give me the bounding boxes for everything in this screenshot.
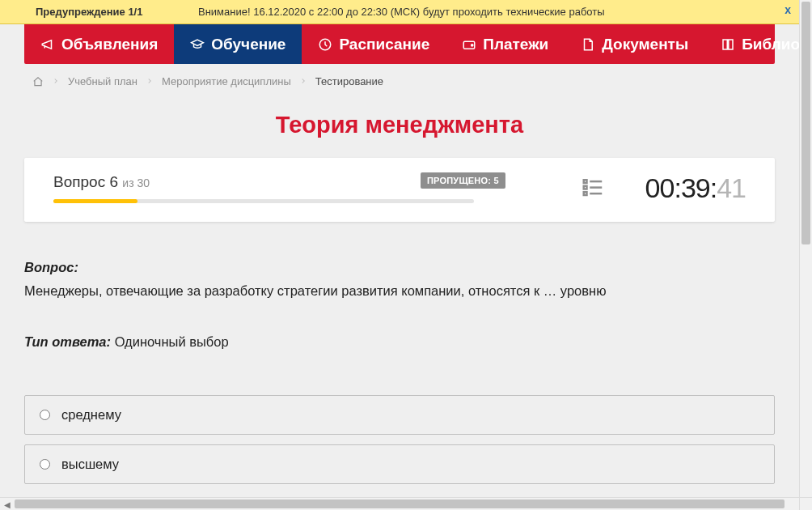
nav-label: Библиотека xyxy=(742,36,799,53)
question-header-card: Вопрос 6 из 30 ПРОПУЩЕНО: 5 xyxy=(24,158,775,222)
answer-options: среднему высшему xyxy=(0,395,799,484)
warning-message: Внимание! 16.12.2020 с 22:00 до 22:30 (М… xyxy=(198,6,799,18)
main-nav: Объявления Обучение Расписание xyxy=(24,24,775,64)
warning-bar: Предупреждение 1/1 Внимание! 16.12.2020 … xyxy=(0,0,799,24)
skipped-badge: ПРОПУЩЕНО: 5 xyxy=(421,172,505,189)
nav-item-payments[interactable]: Платежи xyxy=(446,24,565,64)
question-list-icon[interactable] xyxy=(581,175,605,202)
grad-cap-icon xyxy=(190,37,205,52)
nav-label: Документы xyxy=(602,36,688,53)
scrollbar-corner xyxy=(799,497,812,510)
nav-label: Объявления xyxy=(61,36,158,53)
horizontal-scrollbar-thumb[interactable] xyxy=(15,499,785,508)
answer-option[interactable]: высшему xyxy=(24,444,775,484)
megaphone-icon xyxy=(40,37,55,52)
doc-icon xyxy=(581,37,595,52)
scroll-left-arrow-icon[interactable]: ◀ xyxy=(2,499,13,510)
svg-rect-3 xyxy=(583,180,586,183)
question-progress-fill xyxy=(53,199,137,203)
nav-label: Обучение xyxy=(211,36,285,53)
warning-close-button[interactable]: x xyxy=(785,3,791,16)
warning-title: Предупреждение 1/1 xyxy=(0,6,198,18)
nav-item-library[interactable]: Библиотека xyxy=(704,24,799,64)
answer-option-label: среднему xyxy=(61,407,121,423)
answer-radio[interactable] xyxy=(40,459,50,470)
answer-type: Тип ответа: Одиночный выбор xyxy=(24,332,775,352)
chevron-right-icon xyxy=(146,75,154,87)
clock-icon xyxy=(318,37,332,52)
answer-radio[interactable] xyxy=(40,410,50,420)
page-title: Теория менеджмента xyxy=(0,112,799,138)
book-icon xyxy=(721,37,735,52)
vertical-scrollbar[interactable] xyxy=(799,0,812,497)
question-label: Вопрос: xyxy=(24,257,775,278)
breadcrumb-link[interactable]: Учебный план xyxy=(68,75,137,87)
nav-label: Платежи xyxy=(483,36,548,53)
svg-rect-7 xyxy=(583,192,586,195)
home-icon[interactable] xyxy=(32,76,44,87)
vertical-scrollbar-thumb[interactable] xyxy=(801,2,810,244)
svg-rect-5 xyxy=(583,185,586,189)
chevron-right-icon xyxy=(299,75,307,87)
breadcrumb-link[interactable]: Мероприятие дисциплины xyxy=(162,75,291,87)
horizontal-scrollbar[interactable]: ◀ ▶ xyxy=(0,497,812,510)
svg-point-2 xyxy=(472,44,473,45)
wallet-icon xyxy=(462,37,476,52)
nav-item-documents[interactable]: Документы xyxy=(565,24,704,64)
question-text: Менеджеры, отвечающие за разработку стра… xyxy=(24,281,775,301)
nav-item-announcements[interactable]: Объявления xyxy=(24,24,174,64)
answer-option-label: высшему xyxy=(61,457,119,472)
nav-label: Расписание xyxy=(339,36,429,53)
nav-item-learning[interactable]: Обучение xyxy=(174,24,302,64)
question-progress-bar xyxy=(53,199,474,203)
answer-option[interactable]: среднему xyxy=(24,395,775,435)
timer: 00:39:41 xyxy=(645,172,746,204)
breadcrumb-current: Тестирование xyxy=(315,75,383,87)
chevron-right-icon xyxy=(52,75,60,87)
nav-item-schedule[interactable]: Расписание xyxy=(302,24,446,64)
breadcrumb: Учебный план Мероприятие дисциплины Тест… xyxy=(0,64,799,87)
